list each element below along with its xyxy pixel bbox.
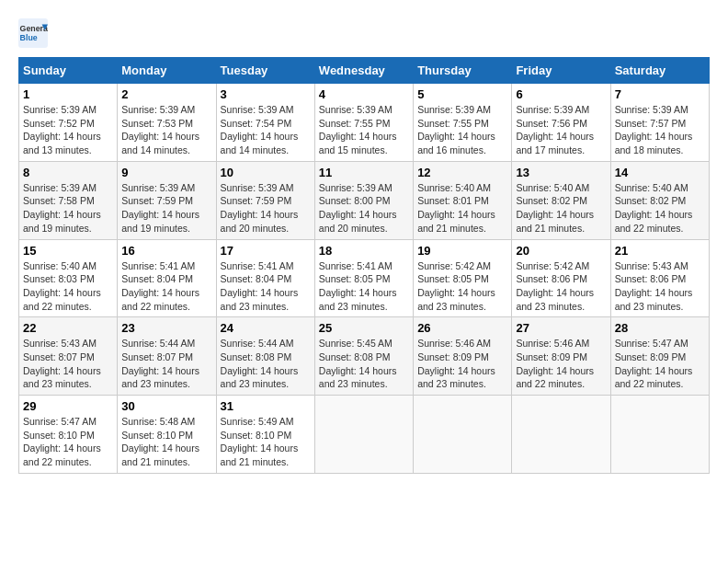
calendar-cell: 18Sunrise: 5:41 AMSunset: 8:05 PMDayligh… (314, 239, 413, 317)
day-number: 23 (121, 321, 211, 335)
calendar-cell: 22Sunrise: 5:43 AMSunset: 8:07 PMDayligh… (19, 317, 118, 396)
day-info: Sunrise: 5:41 AMSunset: 8:05 PMDaylight:… (319, 259, 409, 314)
day-number: 25 (319, 321, 409, 335)
day-info: Sunrise: 5:40 AMSunset: 8:02 PMDaylight:… (615, 181, 705, 236)
week-row-4: 22Sunrise: 5:43 AMSunset: 8:07 PMDayligh… (19, 317, 710, 396)
day-info: Sunrise: 5:42 AMSunset: 8:05 PMDaylight:… (417, 259, 507, 314)
day-info: Sunrise: 5:39 AMSunset: 8:00 PMDaylight:… (319, 181, 409, 236)
day-number: 28 (615, 321, 705, 335)
day-number: 19 (417, 244, 507, 258)
col-header-sunday: Sunday (19, 58, 118, 84)
calendar-cell: 5Sunrise: 5:39 AMSunset: 7:55 PMDaylight… (414, 84, 512, 162)
day-number: 31 (221, 399, 311, 413)
day-number: 30 (121, 399, 211, 413)
logo: General Blue (18, 18, 48, 48)
day-number: 11 (319, 166, 409, 179)
day-number: 26 (417, 321, 507, 335)
calendar-cell: 27Sunrise: 5:46 AMSunset: 8:09 PMDayligh… (512, 317, 610, 396)
calendar-cell: 9Sunrise: 5:39 AMSunset: 7:59 PMDaylight… (118, 161, 216, 239)
calendar-cell: 19Sunrise: 5:42 AMSunset: 8:05 PMDayligh… (414, 239, 512, 317)
day-info: Sunrise: 5:46 AMSunset: 8:09 PMDaylight:… (417, 337, 507, 391)
day-number: 6 (516, 87, 606, 101)
day-info: Sunrise: 5:48 AMSunset: 8:10 PMDaylight:… (121, 415, 211, 469)
calendar-table: SundayMondayTuesdayWednesdayThursdayFrid… (18, 57, 710, 474)
day-number: 10 (221, 166, 311, 179)
calendar-cell: 8Sunrise: 5:39 AMSunset: 7:58 PMDaylight… (19, 161, 118, 239)
calendar-cell (512, 396, 610, 474)
day-number: 17 (221, 244, 311, 258)
day-info: Sunrise: 5:44 AMSunset: 8:08 PMDaylight:… (221, 337, 311, 391)
calendar-cell: 20Sunrise: 5:42 AMSunset: 8:06 PMDayligh… (512, 239, 610, 317)
day-number: 22 (23, 321, 113, 335)
calendar-header: SundayMondayTuesdayWednesdayThursdayFrid… (19, 58, 710, 84)
day-info: Sunrise: 5:42 AMSunset: 8:06 PMDaylight:… (516, 259, 606, 314)
day-number: 4 (319, 87, 409, 101)
week-row-5: 29Sunrise: 5:47 AMSunset: 8:10 PMDayligh… (19, 396, 710, 474)
day-number: 13 (516, 166, 606, 179)
logo-icon: General Blue (18, 18, 48, 48)
calendar-cell: 1Sunrise: 5:39 AMSunset: 7:52 PMDaylight… (19, 84, 118, 162)
calendar-cell: 31Sunrise: 5:49 AMSunset: 8:10 PMDayligh… (216, 396, 314, 474)
day-number: 9 (121, 166, 211, 179)
day-info: Sunrise: 5:39 AMSunset: 7:57 PMDaylight:… (615, 103, 705, 157)
day-info: Sunrise: 5:41 AMSunset: 8:04 PMDaylight:… (121, 259, 211, 314)
calendar-cell: 14Sunrise: 5:40 AMSunset: 8:02 PMDayligh… (610, 161, 709, 239)
header-row: SundayMondayTuesdayWednesdayThursdayFrid… (19, 58, 710, 84)
col-header-wednesday: Wednesday (314, 58, 413, 84)
day-info: Sunrise: 5:44 AMSunset: 8:07 PMDaylight:… (121, 337, 211, 391)
day-info: Sunrise: 5:40 AMSunset: 8:01 PMDaylight:… (417, 181, 507, 236)
day-number: 3 (221, 87, 311, 101)
header: General Blue (18, 18, 710, 48)
calendar-cell: 17Sunrise: 5:41 AMSunset: 8:04 PMDayligh… (216, 239, 314, 317)
day-info: Sunrise: 5:39 AMSunset: 7:56 PMDaylight:… (516, 103, 606, 157)
day-info: Sunrise: 5:40 AMSunset: 8:03 PMDaylight:… (23, 259, 113, 314)
calendar-cell: 7Sunrise: 5:39 AMSunset: 7:57 PMDaylight… (610, 84, 709, 162)
day-number: 18 (319, 244, 409, 258)
day-number: 27 (516, 321, 606, 335)
day-info: Sunrise: 5:39 AMSunset: 7:59 PMDaylight:… (121, 181, 211, 236)
day-info: Sunrise: 5:45 AMSunset: 8:08 PMDaylight:… (319, 337, 409, 391)
col-header-friday: Friday (512, 58, 610, 84)
calendar-cell: 25Sunrise: 5:45 AMSunset: 8:08 PMDayligh… (314, 317, 413, 396)
calendar-cell: 15Sunrise: 5:40 AMSunset: 8:03 PMDayligh… (19, 239, 118, 317)
calendar-cell: 24Sunrise: 5:44 AMSunset: 8:08 PMDayligh… (216, 317, 314, 396)
calendar-cell: 3Sunrise: 5:39 AMSunset: 7:54 PMDaylight… (216, 84, 314, 162)
calendar-cell: 4Sunrise: 5:39 AMSunset: 7:55 PMDaylight… (314, 84, 413, 162)
calendar-cell (610, 396, 709, 474)
day-number: 1 (23, 87, 113, 101)
col-header-tuesday: Tuesday (216, 58, 314, 84)
calendar-cell: 2Sunrise: 5:39 AMSunset: 7:53 PMDaylight… (118, 84, 216, 162)
calendar-cell: 16Sunrise: 5:41 AMSunset: 8:04 PMDayligh… (118, 239, 216, 317)
week-row-3: 15Sunrise: 5:40 AMSunset: 8:03 PMDayligh… (19, 239, 710, 317)
calendar-cell: 21Sunrise: 5:43 AMSunset: 8:06 PMDayligh… (610, 239, 709, 317)
day-info: Sunrise: 5:39 AMSunset: 7:55 PMDaylight:… (417, 103, 507, 157)
calendar-cell (314, 396, 413, 474)
calendar-cell: 10Sunrise: 5:39 AMSunset: 7:59 PMDayligh… (216, 161, 314, 239)
day-number: 12 (417, 166, 507, 179)
calendar-cell: 13Sunrise: 5:40 AMSunset: 8:02 PMDayligh… (512, 161, 610, 239)
week-row-2: 8Sunrise: 5:39 AMSunset: 7:58 PMDaylight… (19, 161, 710, 239)
calendar-cell: 26Sunrise: 5:46 AMSunset: 8:09 PMDayligh… (414, 317, 512, 396)
day-info: Sunrise: 5:39 AMSunset: 7:54 PMDaylight:… (221, 103, 311, 157)
day-number: 5 (417, 87, 507, 101)
day-info: Sunrise: 5:39 AMSunset: 7:58 PMDaylight:… (23, 181, 113, 236)
day-info: Sunrise: 5:43 AMSunset: 8:07 PMDaylight:… (23, 337, 113, 391)
calendar-cell: 6Sunrise: 5:39 AMSunset: 7:56 PMDaylight… (512, 84, 610, 162)
day-number: 8 (23, 166, 113, 179)
day-info: Sunrise: 5:49 AMSunset: 8:10 PMDaylight:… (221, 415, 311, 469)
day-number: 29 (23, 399, 113, 413)
day-info: Sunrise: 5:39 AMSunset: 7:55 PMDaylight:… (319, 103, 409, 157)
day-number: 15 (23, 244, 113, 258)
day-number: 14 (615, 166, 705, 179)
day-info: Sunrise: 5:47 AMSunset: 8:10 PMDaylight:… (23, 415, 113, 469)
calendar-cell: 28Sunrise: 5:47 AMSunset: 8:09 PMDayligh… (610, 317, 709, 396)
day-info: Sunrise: 5:43 AMSunset: 8:06 PMDaylight:… (615, 259, 705, 314)
col-header-thursday: Thursday (414, 58, 512, 84)
calendar-cell: 29Sunrise: 5:47 AMSunset: 8:10 PMDayligh… (19, 396, 118, 474)
calendar-cell (414, 396, 512, 474)
day-info: Sunrise: 5:47 AMSunset: 8:09 PMDaylight:… (615, 337, 705, 391)
calendar-cell: 23Sunrise: 5:44 AMSunset: 8:07 PMDayligh… (118, 317, 216, 396)
day-number: 7 (615, 87, 705, 101)
day-number: 20 (516, 244, 606, 258)
day-info: Sunrise: 5:41 AMSunset: 8:04 PMDaylight:… (221, 259, 311, 314)
